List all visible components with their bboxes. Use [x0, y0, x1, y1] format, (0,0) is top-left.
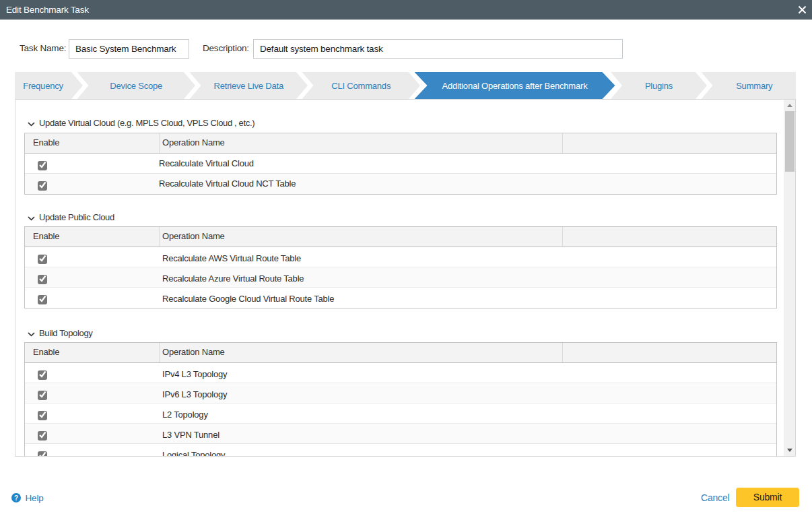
svg-text:?: ? [14, 494, 18, 502]
